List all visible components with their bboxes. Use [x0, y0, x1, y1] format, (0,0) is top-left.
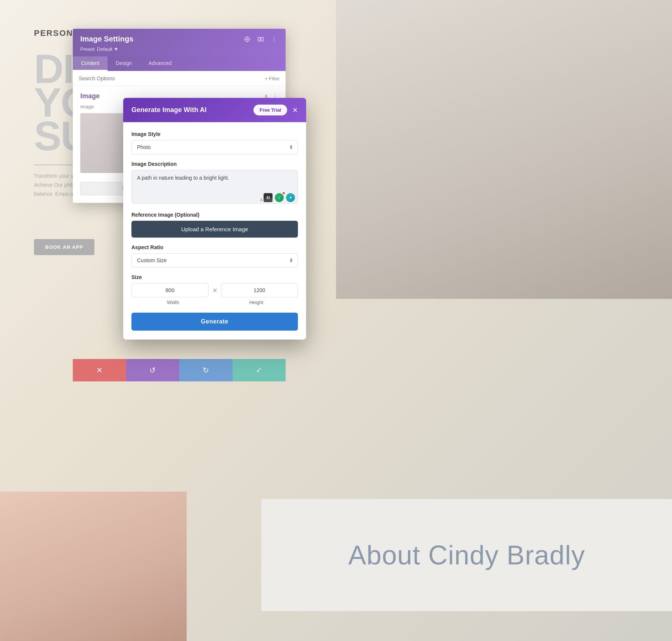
bg-image-right	[336, 0, 672, 299]
divi-panel-title: Image Settings	[80, 35, 133, 43]
free-trial-badge[interactable]: Free Trial	[253, 105, 287, 115]
redo-icon: ↻	[203, 366, 209, 375]
toolbar-confirm-button[interactable]: ✓	[233, 359, 286, 381]
bg-about-text: About Cindy Bradly	[348, 540, 585, 570]
size-x-separator: ✕	[212, 287, 217, 294]
toolbar-undo-button[interactable]: ↺	[126, 359, 180, 381]
divi-panel-header: Image Settings	[73, 29, 286, 56]
height-input[interactable]	[221, 283, 298, 297]
tab-design[interactable]: Design	[108, 56, 140, 71]
size-labels: Width Height	[131, 300, 298, 305]
svg-rect-6	[258, 37, 260, 41]
divi-icon-more[interactable]: ⋮	[270, 35, 278, 43]
size-label: Size	[131, 274, 298, 280]
width-input[interactable]	[131, 283, 209, 297]
bottom-toolbar: ✕ ↺ ↻ ✓	[73, 359, 286, 381]
generate-button[interactable]: Generate	[131, 313, 298, 331]
image-style-select-wrapper: Photo Illustration Digital Art Watercolo…	[131, 140, 298, 154]
reference-image-label: Reference Image (Optional)	[131, 212, 298, 218]
ai-dialog-title: Generate Image With AI	[131, 106, 206, 114]
image-description-wrapper: A path in nature leading to a bright lig…	[131, 170, 298, 205]
cancel-icon: ✕	[96, 366, 103, 375]
divi-header-icons: ⋮	[243, 35, 278, 43]
divi-icon-columns[interactable]	[256, 35, 265, 43]
divi-icon-target[interactable]	[243, 35, 251, 43]
upload-reference-image-button[interactable]: Upload a Reference Image	[131, 221, 298, 238]
chat-icon[interactable]: ✦	[286, 193, 295, 202]
char-count: 43/200	[260, 198, 273, 202]
generate-icon[interactable]: ↑	[275, 193, 284, 202]
green-circle-wrapper: ↑	[275, 193, 284, 202]
bg-photo-area	[0, 492, 187, 641]
filter-button[interactable]: + Filter	[265, 76, 280, 81]
tab-content[interactable]: Content	[73, 56, 108, 71]
bg-divider	[34, 164, 79, 165]
ai-dialog-body: Image Style Photo Illustration Digital A…	[123, 122, 306, 340]
ai-dialog-header: Generate Image With AI Free Trial ✕	[123, 98, 306, 122]
aspect-ratio-select[interactable]: Custom Size 1:1 Square 16:9 Landscape 9:…	[131, 253, 298, 267]
svg-point-1	[246, 38, 248, 40]
search-options-input[interactable]	[79, 75, 262, 81]
confirm-icon: ✓	[256, 366, 262, 375]
ai-dialog-close-button[interactable]: ✕	[292, 107, 298, 114]
tab-advanced[interactable]: Advanced	[140, 56, 180, 71]
divi-tabs: Content Design Advanced	[73, 56, 286, 71]
bg-about-section: About Cindy Bradly	[261, 499, 672, 611]
divi-search-bar: + Filter	[73, 71, 286, 86]
height-label: Height	[215, 300, 298, 305]
aspect-ratio-select-wrapper: Custom Size 1:1 Square 16:9 Landscape 9:…	[131, 253, 298, 267]
divi-section-title: Image	[80, 92, 100, 100]
bg-book-button: BOOK AN APP	[34, 239, 94, 255]
aspect-ratio-label: Aspect Ratio	[131, 244, 298, 250]
size-row: ✕	[131, 283, 298, 297]
ai-generate-dialog: Generate Image With AI Free Trial ✕ Imag…	[123, 98, 306, 340]
toolbar-redo-button[interactable]: ↻	[179, 359, 233, 381]
image-style-select[interactable]: Photo Illustration Digital Art Watercolo…	[131, 140, 298, 154]
notification-dot	[282, 192, 285, 195]
divi-header-top: Image Settings	[80, 35, 278, 43]
image-description-label: Image Description	[131, 161, 298, 167]
undo-icon: ↺	[149, 366, 156, 375]
image-style-label: Image Style	[131, 131, 298, 137]
divi-preset-label[interactable]: Preset: Default ▼	[80, 46, 278, 52]
width-label: Width	[131, 300, 215, 305]
ai-dialog-header-right: Free Trial ✕	[253, 105, 298, 115]
toolbar-cancel-button[interactable]: ✕	[73, 359, 126, 381]
svg-rect-7	[261, 37, 263, 41]
